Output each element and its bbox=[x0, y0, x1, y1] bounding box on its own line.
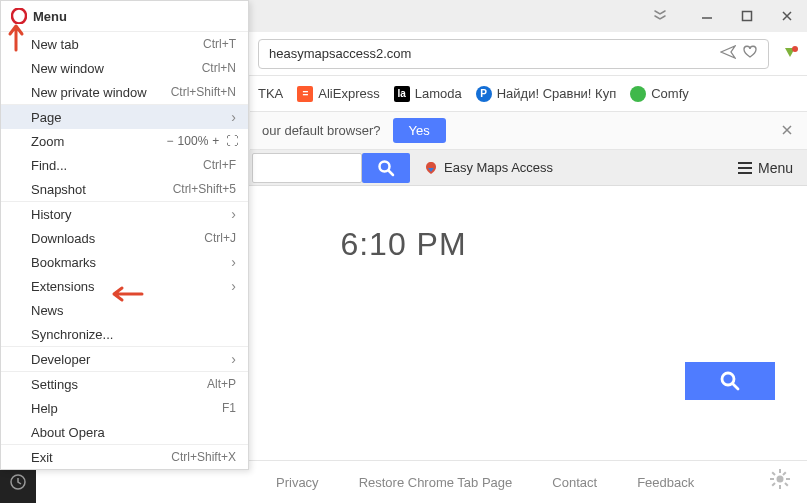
default-browser-banner: our default browser? Yes bbox=[250, 112, 807, 150]
footer-link[interactable]: Privacy bbox=[276, 475, 319, 490]
menu-synchronize[interactable]: Synchronize... bbox=[1, 322, 248, 346]
banner-text: our default browser? bbox=[262, 123, 381, 138]
svg-rect-0 bbox=[743, 12, 752, 21]
footer-link[interactable]: Restore Chrome Tab Page bbox=[359, 475, 513, 490]
banner-yes-button[interactable]: Yes bbox=[393, 118, 446, 143]
window-close-button[interactable] bbox=[767, 0, 807, 32]
menu-history[interactable]: History › bbox=[1, 202, 248, 226]
menu-bookmarks[interactable]: Bookmarks › bbox=[1, 250, 248, 274]
hamburger-icon bbox=[738, 162, 752, 174]
chevron-right-icon: › bbox=[231, 351, 236, 367]
menu-header: Menu bbox=[1, 1, 248, 31]
menu-new-private-window[interactable]: New private window Ctrl+Shift+N bbox=[1, 80, 248, 104]
page-menu-button[interactable]: Menu bbox=[738, 160, 793, 176]
settings-gear-icon[interactable] bbox=[769, 468, 791, 496]
chevron-right-icon: › bbox=[231, 206, 236, 222]
menu-zoom[interactable]: Zoom − 100% + ⛶ bbox=[1, 129, 248, 153]
bookmark-favicon bbox=[630, 86, 646, 102]
address-bar[interactable]: heasymapsaccess2.com bbox=[258, 39, 769, 69]
menu-page[interactable]: Page › bbox=[1, 105, 248, 129]
bookmark-label: Найди! Сравни! Куп bbox=[497, 86, 616, 101]
bookmark-item[interactable]: la Lamoda bbox=[394, 86, 462, 102]
big-search-button[interactable] bbox=[685, 362, 775, 400]
send-icon[interactable] bbox=[720, 45, 736, 63]
svg-point-2 bbox=[380, 161, 390, 171]
tab-overflow-icon[interactable] bbox=[653, 8, 667, 22]
bookmark-label: Comfy bbox=[651, 86, 689, 101]
menu-downloads[interactable]: Downloads Ctrl+J bbox=[1, 226, 248, 250]
svg-point-5 bbox=[777, 476, 784, 483]
bookmark-item[interactable]: Comfy bbox=[630, 86, 689, 102]
extension-badge-icon[interactable] bbox=[781, 45, 799, 63]
svg-rect-12 bbox=[782, 471, 786, 475]
svg-rect-8 bbox=[770, 478, 774, 480]
bookmarks-bar: TKA = AliExpress la Lamoda P Найди! Срав… bbox=[250, 76, 807, 112]
svg-rect-6 bbox=[779, 469, 781, 473]
menu-developer[interactable]: Developer › bbox=[1, 347, 248, 371]
svg-rect-13 bbox=[771, 482, 775, 486]
page-search-button[interactable] bbox=[362, 153, 410, 183]
bookmark-item[interactable]: P Найди! Сравни! Куп bbox=[476, 86, 616, 102]
menu-help[interactable]: Help F1 bbox=[1, 396, 248, 420]
opera-main-menu: Menu New tab Ctrl+T New window Ctrl+N Ne… bbox=[0, 0, 249, 470]
footer-link[interactable]: Feedback bbox=[637, 475, 694, 490]
heart-icon[interactable] bbox=[742, 45, 758, 63]
menu-exit[interactable]: Exit Ctrl+Shift+X bbox=[1, 445, 248, 469]
annotation-arrow-icon bbox=[6, 22, 26, 56]
chevron-right-icon: › bbox=[231, 254, 236, 270]
bookmark-favicon: = bbox=[297, 86, 313, 102]
menu-new-tab[interactable]: New tab Ctrl+T bbox=[1, 32, 248, 56]
search-icon bbox=[719, 370, 741, 392]
bookmark-favicon: la bbox=[394, 86, 410, 102]
banner-close-button[interactable] bbox=[781, 122, 793, 140]
footer-link[interactable]: Contact bbox=[552, 475, 597, 490]
map-pin-icon bbox=[424, 161, 438, 175]
window-maximize-button[interactable] bbox=[727, 0, 767, 32]
svg-rect-7 bbox=[779, 485, 781, 489]
bookmark-label: AliExpress bbox=[318, 86, 379, 101]
menu-new-window[interactable]: New window Ctrl+N bbox=[1, 56, 248, 80]
zoom-controls[interactable]: − 100% + ⛶ bbox=[167, 134, 238, 148]
bookmark-item[interactable]: = AliExpress bbox=[297, 86, 379, 102]
bookmark-label: TKA bbox=[258, 86, 283, 101]
chevron-right-icon: › bbox=[231, 278, 236, 294]
svg-rect-11 bbox=[784, 482, 788, 486]
svg-rect-10 bbox=[771, 471, 775, 475]
svg-rect-9 bbox=[786, 478, 790, 480]
svg-point-1 bbox=[792, 46, 798, 52]
menu-snapshot[interactable]: Snapshot Ctrl+Shift+5 bbox=[1, 177, 248, 201]
address-url: heasymapsaccess2.com bbox=[269, 46, 720, 61]
menu-find[interactable]: Find... Ctrl+F bbox=[1, 153, 248, 177]
menu-about-opera[interactable]: About Opera bbox=[1, 420, 248, 444]
menu-settings[interactable]: Settings Alt+P bbox=[1, 372, 248, 396]
page-search-input[interactable] bbox=[252, 153, 362, 183]
bookmark-favicon: P bbox=[476, 86, 492, 102]
annotation-arrow-icon bbox=[108, 285, 144, 307]
window-minimize-button[interactable] bbox=[687, 0, 727, 32]
bookmark-item[interactable]: TKA bbox=[258, 86, 283, 101]
bookmark-label: Lamoda bbox=[415, 86, 462, 101]
page-brand-label[interactable]: Easy Maps Access bbox=[424, 160, 553, 175]
chevron-right-icon: › bbox=[231, 109, 236, 125]
